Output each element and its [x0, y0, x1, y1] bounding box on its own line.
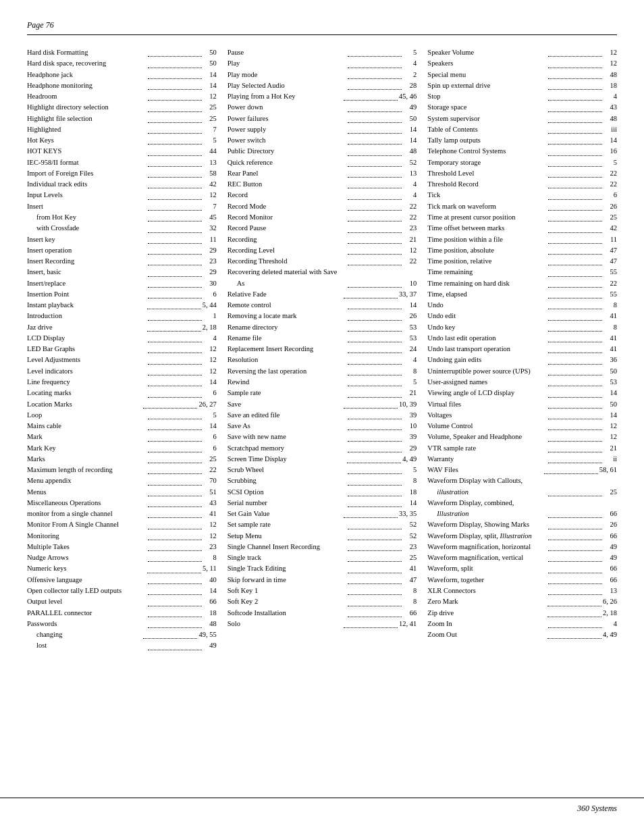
list-item: with Crossfade32 — [27, 223, 217, 234]
list-item: Nudge Arrows8 — [27, 552, 217, 563]
list-item: Tally lamp outputs14 — [427, 135, 617, 146]
list-item: Headphone monitoring14 — [27, 80, 217, 91]
list-item: Serial number14 — [227, 498, 417, 509]
list-item: XLR Connectors13 — [427, 585, 617, 596]
list-item: Power down49 — [227, 102, 417, 113]
list-item: Undoing gain edits36 — [427, 355, 617, 365]
list-item: Open collector tally LED outputs14 — [27, 585, 217, 596]
list-item: Sample rate21 — [227, 388, 417, 398]
list-item: Reversing the last operation8 — [227, 366, 417, 377]
list-item: As10 — [227, 278, 417, 289]
list-item: PARALLEL connector18 — [27, 608, 217, 619]
list-item: Rename file53 — [227, 333, 417, 344]
list-item: Highlight directory selection25 — [27, 102, 217, 113]
list-item: Recovering deleted material with Save — [227, 267, 417, 278]
list-item: Threshold Level22 — [427, 168, 617, 179]
list-item: Undo edit41 — [427, 311, 617, 321]
list-item: Time position, absolute47 — [427, 245, 617, 256]
list-item: Waveform Display with Callouts, — [427, 475, 617, 486]
index-col-1: Hard disk Formatting50Hard disk space, r… — [27, 47, 222, 652]
list-item: lost49 — [27, 640, 217, 651]
list-item: Maximum length of recording22 — [27, 465, 217, 475]
list-item: illustration25 — [427, 487, 617, 498]
list-item: Rear Panel13 — [227, 168, 417, 179]
list-item: Insert, basic29 — [27, 267, 217, 278]
list-item: Storage space43 — [427, 102, 617, 113]
list-item: Individual track edits42 — [27, 179, 217, 190]
list-item: Undo last transport operation41 — [427, 344, 617, 355]
list-item: Jaz drive2, 18 — [27, 322, 217, 333]
list-item: Hard disk Formatting50 — [27, 47, 217, 58]
list-item: Save As10 — [227, 421, 417, 432]
list-item: Menu appendix70 — [27, 475, 217, 486]
list-item: Volume, Speaker and Headphone12 — [427, 432, 617, 442]
list-item: Headphone jack14 — [27, 70, 217, 80]
list-item: Pause5 — [227, 47, 417, 58]
list-item: Threshold Record22 — [427, 179, 617, 190]
list-item: Mark6 — [27, 432, 217, 442]
list-item: Insert key11 — [27, 234, 217, 245]
list-item: Mark Key6 — [27, 443, 217, 454]
list-item: SCSI Option18 — [227, 487, 417, 498]
list-item: Softcode Installation66 — [227, 608, 417, 619]
list-item: Output level66 — [27, 596, 217, 607]
list-item: Replacement Insert Recording24 — [227, 344, 417, 355]
list-item: Recording Threshold22 — [227, 256, 417, 267]
list-item: Locating marks6 — [27, 388, 217, 398]
list-item: Record Monitor22 — [227, 212, 417, 223]
list-item: Public Directory48 — [227, 146, 417, 157]
list-item: LCD Display4 — [27, 333, 217, 344]
list-item: WAV Files58, 61 — [427, 465, 617, 475]
list-item: Insert/replace30 — [27, 278, 217, 289]
index-col-3: Speaker Volume12Speakers12Special menu48… — [422, 47, 617, 640]
list-item: Marks25 — [27, 454, 217, 465]
list-item: Volume Control12 — [427, 421, 617, 432]
list-item: Removing a locate mark26 — [227, 311, 417, 321]
list-item: Playing from a Hot Key45, 46 — [227, 91, 417, 102]
list-item: Power supply14 — [227, 124, 417, 135]
list-item: System supervisor48 — [427, 113, 617, 124]
list-item: Stop4 — [427, 91, 617, 102]
list-item: Waveform magnification, vertical49 — [427, 552, 617, 563]
list-item: monitor from a single channel41 — [27, 509, 217, 519]
list-item: Time position, relative47 — [427, 256, 617, 267]
list-item: Passwords48 — [27, 619, 217, 629]
list-item: Waveform Display, Showing Marks26 — [427, 519, 617, 530]
list-item: Time offset between marks42 — [427, 223, 617, 234]
list-item: changing49, 55 — [27, 629, 217, 640]
list-item: Monitoring12 — [27, 531, 217, 542]
list-item: Uninterruptible power source (UPS)50 — [427, 366, 617, 377]
list-item: Import of Foreign Files58 — [27, 168, 217, 179]
list-item: Waveform Display, combined, — [427, 498, 617, 509]
list-item: Resolution4 — [227, 355, 417, 365]
index-columns: Hard disk Formatting50Hard disk space, r… — [27, 47, 617, 652]
list-item: Record4 — [227, 190, 417, 201]
list-item: VTR sample rate21 — [427, 443, 617, 454]
list-item: Speaker Volume12 — [427, 47, 617, 58]
list-item: HOT KEYS44 — [27, 146, 217, 157]
list-item: Time, elapsed55 — [427, 289, 617, 300]
list-item: Time position within a file11 — [427, 234, 617, 245]
list-item: Solo12, 41 — [227, 619, 417, 629]
list-item: Zoom In4 — [427, 619, 617, 629]
list-item: Soft Key 28 — [227, 596, 417, 607]
page-container: Page 76 Hard disk Formatting50Hard disk … — [0, 0, 644, 692]
list-item: Insert Recording23 — [27, 256, 217, 267]
list-item: Set sample rate52 — [227, 519, 417, 530]
list-item: Single Track Editing41 — [227, 563, 417, 574]
list-item: Numeric keys5, 11 — [27, 563, 217, 574]
list-item: Menus51 — [27, 487, 217, 498]
list-item: Instant playback5, 44 — [27, 300, 217, 311]
list-item: Loop5 — [27, 410, 217, 421]
list-item: IEC-958/II format13 — [27, 157, 217, 168]
list-item: Voltages14 — [427, 410, 617, 421]
list-item: Time at present cursor position25 — [427, 212, 617, 223]
list-item: Zoom Out4, 49 — [427, 629, 617, 640]
list-item: Insert operation29 — [27, 245, 217, 256]
list-item: Special menu48 — [427, 70, 617, 80]
list-item: Waveform, split66 — [427, 563, 617, 574]
list-item: Insertion Point6 — [27, 289, 217, 300]
list-item: Telephone Control Systems16 — [427, 146, 617, 157]
list-item: Undo last edit operation41 — [427, 333, 617, 344]
list-item: Introduction1 — [27, 311, 217, 321]
